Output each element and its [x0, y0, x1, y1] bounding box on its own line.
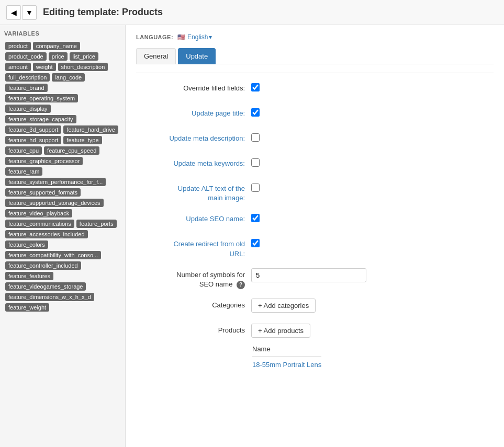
label-update-meta-keywords: Update meta keywords:: [136, 157, 251, 168]
add-categories-button[interactable]: + Add categories: [251, 299, 316, 313]
label-products: Products: [136, 324, 251, 335]
back-button[interactable]: ◀: [6, 5, 21, 20]
checkbox-update-alt-text[interactable]: [251, 184, 260, 192]
table-row: 18-55mm Portrait Lens: [252, 358, 321, 372]
field-seo-symbols: Number of symbols for SEO name ?: [136, 268, 494, 289]
tab-general[interactable]: General: [136, 48, 176, 64]
sidebar-tag[interactable]: product_code: [5, 52, 47, 61]
label-categories: Categories: [136, 299, 251, 310]
form-section: Override filled fields: Update page titl…: [136, 73, 494, 373]
tab-update[interactable]: Update: [178, 48, 216, 64]
control-categories: + Add categories: [251, 299, 316, 313]
label-update-meta-description: Update meta description:: [136, 132, 251, 143]
label-update-seo-name: Update SEO name:: [136, 212, 251, 224]
sidebar: VARIABLES productcompany_nameproduct_cod…: [0, 25, 126, 447]
label-update-page-title: Update page title:: [136, 107, 251, 118]
sidebar-tag[interactable]: feature_hard_drive: [63, 125, 118, 134]
sidebar-tag[interactable]: feature_cpu: [5, 146, 42, 155]
control-create-redirect: [251, 237, 260, 247]
sidebar-tag[interactable]: feature_display: [5, 105, 51, 113]
field-update-seo-name: Update SEO name:: [136, 212, 494, 228]
add-products-button[interactable]: + Add products: [251, 324, 310, 338]
sidebar-tag[interactable]: feature_weight: [5, 303, 49, 312]
sidebar-tag[interactable]: feature_system_performance_for_f...: [5, 178, 106, 186]
nav-buttons: ◀ ▼: [6, 5, 37, 20]
sidebar-tag[interactable]: list_price: [70, 52, 98, 61]
sidebar-tag[interactable]: product: [5, 42, 31, 50]
sidebar-tag[interactable]: company_name: [33, 42, 80, 50]
sidebar-tag[interactable]: feature_colors: [5, 240, 48, 249]
language-dropdown-icon: ▾: [209, 33, 212, 41]
label-update-alt-text: Update ALT text of the main image:: [136, 182, 251, 203]
seo-symbols-input[interactable]: [251, 268, 366, 282]
checkbox-update-seo-name[interactable]: [251, 214, 260, 222]
control-update-meta-description: [251, 132, 260, 142]
field-update-page-title: Update page title:: [136, 107, 494, 122]
field-update-meta-description: Update meta description:: [136, 132, 494, 147]
sidebar-tag[interactable]: weight: [33, 63, 56, 71]
field-update-meta-keywords: Update meta keywords:: [136, 157, 494, 173]
language-name: English: [187, 33, 208, 41]
tags-container: productcompany_nameproduct_codepricelist…: [4, 41, 121, 313]
language-flag: 🇺🇸: [177, 33, 185, 41]
control-update-meta-keywords: [251, 157, 260, 167]
sidebar-tag[interactable]: feature_communications: [5, 220, 74, 228]
checkbox-override-filled[interactable]: [251, 83, 260, 91]
checkbox-update-page-title[interactable]: [251, 108, 260, 117]
layout: VARIABLES productcompany_nameproduct_cod…: [0, 25, 504, 447]
sidebar-tag[interactable]: lang_code: [52, 73, 85, 82]
sidebar-tag[interactable]: feature_graphics_processor: [5, 157, 83, 165]
header: ◀ ▼ Editing template: Products: [0, 0, 504, 25]
tabs: General Update: [136, 48, 494, 64]
language-label: LANGUAGE:: [136, 34, 173, 40]
control-products: + Add products Name 18-55mm Portrait Len…: [251, 324, 322, 373]
field-create-redirect: Create redirect from old URL:: [136, 237, 494, 258]
sidebar-tag[interactable]: feature_type: [63, 136, 102, 144]
variables-title: VARIABLES: [4, 30, 121, 37]
checkbox-create-redirect[interactable]: [251, 239, 260, 247]
checkbox-update-meta-description[interactable]: [251, 133, 260, 142]
dropdown-button[interactable]: ▼: [22, 5, 37, 20]
sidebar-tag[interactable]: short_description: [58, 63, 108, 71]
products-table-header: Name: [252, 343, 321, 357]
sidebar-tag[interactable]: feature_dimensions_w_x_h_x_d: [5, 293, 94, 301]
sidebar-tag[interactable]: full_description: [5, 73, 50, 82]
sidebar-tag[interactable]: feature_cpu_speed: [44, 146, 99, 155]
sidebar-tag[interactable]: feature_video_playback: [5, 209, 72, 217]
sidebar-tag[interactable]: feature_controller_included: [5, 261, 81, 270]
sidebar-tag[interactable]: feature_operating_system: [5, 94, 78, 102]
sidebar-tag[interactable]: feature_ram: [5, 167, 42, 176]
products-table: Name 18-55mm Portrait Lens: [251, 342, 322, 373]
sidebar-tag[interactable]: feature_supported_storage_devices: [5, 199, 104, 207]
label-create-redirect: Create redirect from old URL:: [136, 237, 251, 258]
sidebar-tag[interactable]: price: [49, 52, 68, 61]
field-update-alt-text: Update ALT text of the main image:: [136, 182, 494, 203]
sidebar-tag[interactable]: feature_brand: [5, 84, 48, 92]
sidebar-tag[interactable]: feature_compatibility_with_conso...: [5, 251, 101, 259]
control-update-alt-text: [251, 182, 260, 192]
sidebar-tag[interactable]: feature_supported_formats: [5, 188, 81, 197]
field-products: Products + Add products Name 18-55mm Por…: [136, 324, 494, 373]
field-override-filled: Override filled fields:: [136, 82, 494, 97]
page-title: Editing template: Products: [43, 7, 163, 18]
sidebar-tag[interactable]: feature_accessories_included: [5, 230, 88, 238]
control-override-filled: [251, 82, 260, 91]
sidebar-tag[interactable]: feature_videogames_storage: [5, 282, 86, 291]
sidebar-tag[interactable]: feature_hd_support: [5, 136, 61, 144]
product-link[interactable]: 18-55mm Portrait Lens: [252, 361, 321, 369]
language-bar: LANGUAGE: 🇺🇸 English ▾: [136, 33, 494, 41]
label-override-filled: Override filled fields:: [136, 82, 251, 93]
control-update-page-title: [251, 107, 260, 117]
control-seo-symbols: [251, 268, 366, 282]
sidebar-tag[interactable]: feature_3d_support: [5, 125, 61, 134]
language-selector[interactable]: English ▾: [187, 33, 212, 41]
sidebar-tag[interactable]: feature_features: [5, 272, 53, 280]
label-seo-symbols: Number of symbols for SEO name ?: [136, 268, 251, 289]
field-categories: Categories + Add categories: [136, 299, 494, 314]
checkbox-update-meta-keywords[interactable]: [251, 158, 260, 167]
control-update-seo-name: [251, 212, 260, 222]
sidebar-tag[interactable]: feature_storage_capacity: [5, 115, 76, 123]
sidebar-tag[interactable]: amount: [5, 63, 31, 71]
seo-help-icon[interactable]: ?: [237, 281, 245, 289]
sidebar-tag[interactable]: feature_ports: [76, 220, 117, 228]
